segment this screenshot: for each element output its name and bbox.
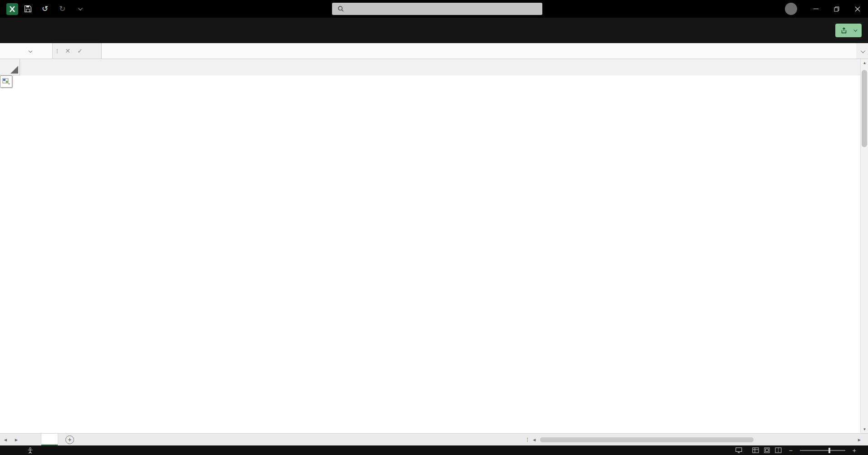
sheet-tab-bar: ◄ ► + ⁞ ◄ ► <box>0 433 868 445</box>
ribbon-tab-review[interactable] <box>101 27 114 34</box>
ribbon-tab-insert[interactable] <box>33 27 45 34</box>
autofill-options-button[interactable] <box>0 75 12 88</box>
page-layout-view-icon[interactable] <box>764 447 770 453</box>
titlebar-controls <box>785 0 868 18</box>
select-all-corner[interactable] <box>0 59 20 75</box>
name-box-dropdown-icon[interactable] <box>29 49 32 53</box>
page-break-view-icon[interactable] <box>775 447 782 453</box>
status-accessibility[interactable] <box>27 447 36 454</box>
share-button[interactable] <box>835 24 862 37</box>
excel-x-icon <box>9 6 15 12</box>
formula-bar: ⁞ ✕ ✓ <box>0 43 868 59</box>
horizontal-scroll-zone: ⁞ ◄ ► <box>527 434 862 446</box>
formula-input[interactable] <box>101 43 856 59</box>
cancel-icon[interactable]: ✕ <box>62 47 74 54</box>
undo-icon[interactable]: ↺ <box>37 2 53 16</box>
close-icon <box>855 6 860 12</box>
zoom-slider[interactable] <box>800 450 845 451</box>
excel-logo[interactable] <box>6 3 18 15</box>
zoom-in-icon[interactable]: + <box>853 447 856 454</box>
grid <box>0 75 860 433</box>
floppy-icon <box>24 5 32 13</box>
ribbon-tab-help[interactable] <box>128 27 141 34</box>
share-dropdown-icon <box>853 28 857 31</box>
formula-bar-expand-icon[interactable] <box>856 47 868 55</box>
hscroll-left-icon[interactable]: ◄ <box>532 437 536 442</box>
minimize-button[interactable] <box>805 0 826 18</box>
restore-icon <box>834 6 839 12</box>
redo-icon[interactable]: ↻ <box>55 2 70 16</box>
share-icon <box>841 27 847 34</box>
zoom-out-icon[interactable]: − <box>789 447 793 454</box>
autofill-options-icon <box>2 78 10 85</box>
column-headers <box>0 59 860 75</box>
ribbon-tab-formulas[interactable] <box>74 27 86 34</box>
scrollbar-splitter-icon[interactable]: ⁞ <box>527 436 529 443</box>
ribbon-tab-draw[interactable] <box>46 27 59 34</box>
formula-bar-splitter-icon[interactable]: ⁞ <box>53 48 62 54</box>
horizontal-scrollbar-thumb[interactable] <box>540 437 754 442</box>
scroll-down-icon[interactable]: ▼ <box>861 425 868 433</box>
save-icon[interactable] <box>20 2 35 16</box>
ribbon-tab-page-layout[interactable] <box>60 27 73 34</box>
title-bar: ↺ ↻ <box>0 0 868 18</box>
display-settings-icon <box>735 447 742 453</box>
ribbon-tab-view[interactable] <box>114 27 127 34</box>
enter-icon[interactable]: ✓ <box>74 47 86 54</box>
display-settings-button[interactable] <box>735 447 745 453</box>
search-icon <box>337 5 344 12</box>
normal-view-icon[interactable] <box>752 447 759 453</box>
status-bar: − + <box>0 445 868 455</box>
hscroll-right-icon[interactable]: ► <box>857 437 862 442</box>
sheet-tab-active[interactable] <box>41 434 58 446</box>
excel-window: ↺ ↻ <box>0 0 868 455</box>
ribbon-tab-file[interactable] <box>5 27 18 34</box>
avatar[interactable] <box>785 3 797 15</box>
sheet-nav-right-icon[interactable]: ► <box>11 437 22 442</box>
ribbon-tab-home[interactable] <box>19 27 32 34</box>
vertical-scrollbar[interactable]: ▲ ▼ <box>860 59 868 433</box>
quick-access-dropdown-icon[interactable] <box>72 2 87 16</box>
search-bar[interactable] <box>332 3 542 15</box>
sheet-nav-left-icon[interactable]: ◄ <box>0 437 11 442</box>
ribbon-tab-data[interactable] <box>87 27 100 34</box>
scroll-up-icon[interactable]: ▲ <box>861 59 868 67</box>
close-button[interactable] <box>847 0 868 18</box>
horizontal-scrollbar[interactable] <box>540 434 853 446</box>
accessibility-icon <box>27 447 33 454</box>
zoom-slider-thumb[interactable] <box>828 448 830 453</box>
restore-button[interactable] <box>826 0 847 18</box>
search-input[interactable] <box>348 5 521 12</box>
name-box[interactable] <box>0 43 53 59</box>
ribbon <box>0 18 868 43</box>
vertical-scrollbar-thumb[interactable] <box>862 70 867 147</box>
new-sheet-button[interactable]: + <box>65 435 74 444</box>
